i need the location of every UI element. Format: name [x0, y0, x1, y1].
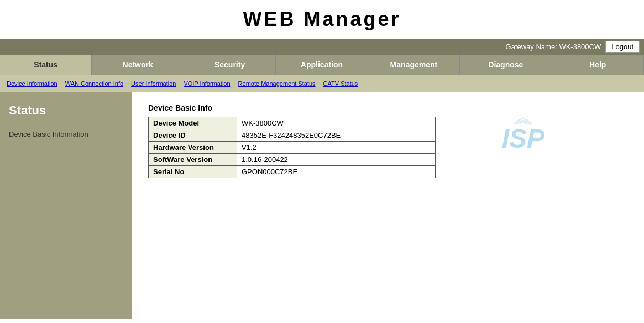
gateway-name: Gateway Name: WK-3800CW: [506, 43, 601, 51]
subnav-user-information[interactable]: User Information: [128, 79, 179, 88]
tab-management[interactable]: Management: [368, 55, 460, 75]
value-device-model: WK-3800CW: [237, 117, 436, 129]
table-row: Hardware Version V1.2: [149, 142, 436, 154]
tab-network[interactable]: Network: [92, 55, 184, 75]
device-table: Device Model WK-3800CW Device ID 48352E-…: [148, 117, 436, 178]
nav-tabs: Status Network Security Application Mana…: [0, 55, 644, 75]
tab-status[interactable]: Status: [0, 55, 92, 75]
value-device-id: 48352E-F324248352E0C72BE: [237, 129, 436, 142]
watermark: ISP: [502, 126, 544, 152]
subnav-voip-information[interactable]: VOIP Information: [180, 79, 233, 88]
subnav-wan-connection-info[interactable]: WAN Connection Info: [62, 79, 127, 88]
table-row: Device ID 48352E-F324248352E0C72BE: [149, 129, 436, 142]
content-wrapper: Status Device Basic Information Device B…: [0, 92, 644, 319]
subnav-device-information[interactable]: Device Information: [3, 79, 61, 88]
label-hardware-version: Hardware Version: [149, 142, 237, 154]
device-basic-info-title: Device Basic Info: [148, 103, 627, 112]
value-software-version: 1.0.16-200422: [237, 154, 436, 166]
table-row: Device Model WK-3800CW: [149, 117, 436, 129]
label-serial-no: Serial No: [149, 166, 237, 178]
page-title: WEB Manager: [0, 0, 644, 39]
value-serial-no: GPON000C72BE: [237, 166, 436, 178]
subnav-catv-status[interactable]: CATV Status: [320, 79, 362, 88]
sidebar: Status Device Basic Information: [0, 92, 132, 319]
label-device-id: Device ID: [149, 129, 237, 142]
table-row: SoftWare Version 1.0.16-200422: [149, 154, 436, 166]
sidebar-title: Status: [0, 98, 132, 127]
label-device-model: Device Model: [149, 117, 237, 129]
isp-watermark-text: ISP: [502, 126, 544, 152]
top-area: Gateway Name: WK-3800CW Logout Status Ne…: [0, 39, 644, 92]
main-content: Device Basic Info Device Model WK-3800CW…: [132, 92, 644, 319]
label-software-version: SoftWare Version: [149, 154, 237, 166]
sidebar-item-device-basic-information[interactable]: Device Basic Information: [0, 127, 132, 142]
logout-button[interactable]: Logout: [605, 41, 640, 53]
tab-security[interactable]: Security: [184, 55, 276, 75]
sub-nav: Device Information WAN Connection Info U…: [0, 75, 644, 92]
subnav-remote-management-status[interactable]: Remote Management Status: [235, 79, 319, 88]
gateway-bar: Gateway Name: WK-3800CW Logout: [0, 39, 644, 55]
tab-diagnose[interactable]: Diagnose: [460, 55, 552, 75]
table-row: Serial No GPON000C72BE: [149, 166, 436, 178]
tab-help[interactable]: Help: [552, 55, 644, 75]
value-hardware-version: V1.2: [237, 142, 436, 154]
signal-icon: [512, 113, 534, 128]
tab-application[interactable]: Application: [276, 55, 368, 75]
